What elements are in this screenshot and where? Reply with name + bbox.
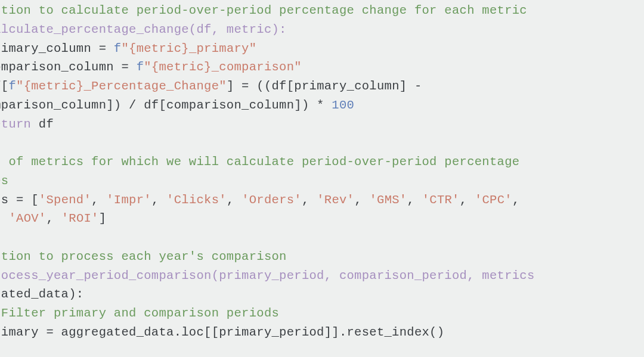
fstring-prefix: f xyxy=(8,79,16,93)
string-text: 'Rev' xyxy=(317,193,354,207)
code-text: , xyxy=(354,193,369,207)
code-line: process_year_period_comparison(primary_p… xyxy=(0,269,535,283)
string-text: 'AOV' xyxy=(8,212,46,225)
code-text: primary = aggregated_data.loc[[primary_p… xyxy=(0,325,444,339)
code-text: ] = ((df[primary_column] - xyxy=(227,79,422,93)
code-text: , xyxy=(512,193,520,207)
code-line: unction to calculate period-over-period … xyxy=(0,4,527,17)
code-text: , xyxy=(91,193,106,207)
comment-text: ist of metrics for which we will calcula… xyxy=(0,155,519,169)
code-text: , xyxy=(407,193,422,207)
code-text: , xyxy=(227,193,242,207)
string-text: "{metric} xyxy=(144,60,211,74)
code-line: return df xyxy=(0,117,54,131)
code-line: nges xyxy=(0,174,8,188)
code-line: regated_data): xyxy=(0,287,83,301)
code-line: unction to process each year's compariso… xyxy=(0,250,287,263)
code-text: , xyxy=(302,193,317,207)
string-text: _primary xyxy=(189,42,249,55)
comment-text: nges xyxy=(0,174,8,188)
code-text: regated_data): xyxy=(0,287,83,301)
string-text: _Percentage_Change xyxy=(83,79,219,93)
keyword: calculate_percentage_change(df, metric): xyxy=(0,23,287,36)
comment-text: unction to calculate period-over-period … xyxy=(0,4,527,17)
code-line: comparison_column]) / df[comparison_colu… xyxy=(0,98,354,112)
code-line: comparison_column = f"{metric}_compariso… xyxy=(0,60,302,74)
string-text: " xyxy=(219,79,227,93)
code-text: , xyxy=(460,193,475,207)
code-line: rics = ['Spend', 'Impr', 'Clicks', 'Orde… xyxy=(0,193,520,207)
comment-text: unction to process each year's compariso… xyxy=(0,250,287,263)
number: 100 xyxy=(332,98,354,112)
code-text: rics = [ xyxy=(0,193,39,207)
string-text: "{metric} xyxy=(121,42,188,55)
string-text: 'ROI' xyxy=(61,212,99,225)
code-editor[interactable]: unction to calculate period-over-period … xyxy=(0,0,644,342)
code-line: primary_column = f"{metric}_primary" xyxy=(0,42,256,55)
keyword: process_year_period_comparison(primary_p… xyxy=(0,269,535,283)
string-text: 'Orders' xyxy=(242,193,302,207)
code-line: ist of metrics for which we will calcula… xyxy=(0,155,519,169)
code-line: # Filter primary and comparison periods xyxy=(0,306,279,320)
code-text: comparison_column]) / df[comparison_colu… xyxy=(0,98,332,112)
string-text: 'GMS' xyxy=(369,193,407,207)
code-text: , xyxy=(0,212,8,225)
code-line: primary = aggregated_data.loc[[primary_p… xyxy=(0,325,444,339)
string-text: 'Clicks' xyxy=(166,193,227,207)
code-text: df xyxy=(31,117,54,131)
string-text: "{metric} xyxy=(16,79,83,93)
string-text: 'CTR' xyxy=(422,193,460,207)
string-text: " xyxy=(294,60,302,74)
code-text: comparison_column = xyxy=(0,60,137,74)
string-text: " xyxy=(249,42,257,55)
string-text: 'Impr' xyxy=(106,193,151,207)
string-text: _comparison xyxy=(212,60,295,74)
code-line: df[f"{metric}_Percentage_Change"] = ((df… xyxy=(0,79,422,93)
keyword: return xyxy=(0,117,31,131)
code-line: R', 'AOV', 'ROI'] xyxy=(0,212,106,225)
comment-text: # Filter primary and comparison periods xyxy=(0,306,279,320)
code-text: ] xyxy=(99,212,107,225)
code-text: , xyxy=(46,212,61,225)
string-text: 'Spend' xyxy=(39,193,91,207)
fstring-prefix: f xyxy=(137,60,144,74)
code-line: calculate_percentage_change(df, metric): xyxy=(0,23,287,36)
code-text: primary_column = xyxy=(0,42,114,55)
fstring-prefix: f xyxy=(114,42,122,55)
code-text: , xyxy=(151,193,166,207)
string-text: 'CPC' xyxy=(475,193,512,207)
code-text: df[ xyxy=(0,79,8,93)
